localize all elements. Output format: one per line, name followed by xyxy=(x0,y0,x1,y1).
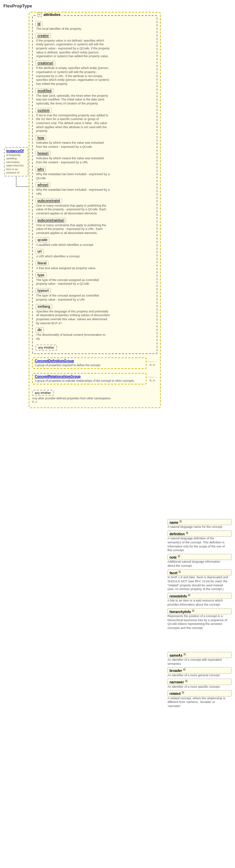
right-definition-box: definition ⊞ xyxy=(167,531,232,537)
attr-name-creatoruri: creatoruri xyxy=(35,61,55,66)
crg-mult-label: 0..∞ xyxy=(150,379,155,382)
attr-uri: uri A URI which identifies a concept. xyxy=(35,249,154,259)
right-related-desc: A related concept, where the relationshi… xyxy=(167,697,228,708)
concept-definition-group-box: ConceptDefinitionGroup A group of proper… xyxy=(32,357,147,369)
attr-name-whyuri: whyuri xyxy=(35,182,50,187)
attr-name-modified: modified xyxy=(35,88,54,93)
right-facet-box: facet ⊞ xyxy=(167,569,232,576)
cdg-desc: A group of properties required to define… xyxy=(35,363,144,367)
attr-desc-creator: If the property value is not defined, sp… xyxy=(35,39,110,58)
right-broader-box: broader ⊞ xyxy=(167,667,232,673)
attr-desc-xmllang: Specifies the language of this property … xyxy=(35,310,110,326)
attr-desc-howuri: Indicates by which means the value was e… xyxy=(35,157,110,164)
cdg-multiplicity: ─── ··· xyxy=(148,360,157,363)
concept-relationships-group-box: ConceptRelationshipsGroup A group of pro… xyxy=(32,373,147,384)
cdg-label: ConceptDefinitionGroup xyxy=(35,359,144,363)
attr-desc-qcode: A qualified code which identifies a conc… xyxy=(35,243,110,247)
right-broader-desc: An identifier of a more general concept xyxy=(167,674,228,678)
attr-name-xmllang: xmllang xyxy=(35,304,52,309)
attr-name-pubconstraint: pubconstraint xyxy=(35,198,62,203)
any-other-bottom-mult: 0..∞ xyxy=(32,400,157,403)
attr-desc-dir: The directionality of textual content (e… xyxy=(35,333,110,341)
attr-modified: modified The date (and, optionally, the … xyxy=(35,88,154,106)
diagram-layout: instanceOf A frequently updating informa… xyxy=(3,12,232,710)
attr-name-uri: uri xyxy=(35,249,44,254)
right-sameas-desc: An identifier of a concept with equivale… xyxy=(167,658,228,666)
crg-multiplicity: ─── ··· xyxy=(148,375,157,379)
right-note-box: note ⊞ xyxy=(167,554,232,560)
right-definition-desc: A natural language definition of the sem… xyxy=(167,537,228,553)
attr-pubconstraint: pubconstraint One or many constraints th… xyxy=(35,198,154,216)
right-item-related: related ⊞ A related concept, where the r… xyxy=(167,690,232,708)
attr-how: how Indicates by which means the value w… xyxy=(35,135,154,149)
attr-qcode: qcode A qualified code which identifies … xyxy=(35,237,154,247)
cdg-row-inner: ConceptDefinitionGroup A group of proper… xyxy=(32,357,157,369)
attr-desc-custom: If set to true the corresponding propert… xyxy=(35,114,110,133)
crg-desc: A group of properties to indicate relati… xyxy=(35,379,144,383)
attr-desc-literal: A free-text value assigned as property v… xyxy=(35,266,110,271)
attr-name-why: why xyxy=(35,167,46,172)
attr-desc-why: Why the metadata has been included - exp… xyxy=(35,172,110,180)
attr-name-type: type xyxy=(35,273,47,278)
attr-desc-modified: The date (and, optionally, the time) whe… xyxy=(35,94,110,106)
attr-desc-creatoruri: If the attribute is empty, specifies whi… xyxy=(35,66,110,86)
outer-box: − attributes id The local identifier of … xyxy=(29,12,161,408)
attr-whyuri: whyuri Why the metadata has been include… xyxy=(35,182,154,196)
attr-custom: custom If set to true the corresponding … xyxy=(35,108,154,133)
attr-why: why Why the metadata has been included -… xyxy=(35,167,154,180)
right-narrower-desc: An identifier of a more specific concept xyxy=(167,685,228,689)
right-facet-desc: In NAR 1.8 and later, facet is deprecate… xyxy=(167,576,228,591)
attr-name-custom: custom xyxy=(35,108,52,113)
instance-of-box: instanceOf A frequently updating informa… xyxy=(4,147,28,177)
crg-row-inner: ConceptRelationshipsGroup A group of pro… xyxy=(32,373,157,384)
attr-creator: creator If the property value is not def… xyxy=(35,33,154,58)
attr-name-literal: literal xyxy=(35,261,49,266)
attr-pubconstrainturi: pubconstrainturi One or many constraints… xyxy=(35,218,154,235)
attr-type: type The type of the concept assigned as… xyxy=(35,273,154,286)
attr-name-creator: creator xyxy=(35,33,51,38)
right-item-facet: facet ⊞ In NAR 1.8 and later, facet is d… xyxy=(167,569,232,591)
right-remoteinfo-box: remoteInfo ⊞ xyxy=(167,593,232,599)
instance-of-label: instanceOf xyxy=(6,149,26,153)
cdg-connector-row: ConceptDefinitionGroup A group of proper… xyxy=(32,357,157,403)
right-hierarchyinfo-desc: Represents the position of a concept in … xyxy=(167,614,228,630)
attr-desc-typeuri: The type of the concept assigned as cont… xyxy=(35,294,110,302)
right-note-desc: Additional natural language information … xyxy=(167,560,228,568)
instance-of-desc: A frequently updating information object… xyxy=(6,154,26,174)
main-container: FlexPropType instanceOf A frequently upd… xyxy=(0,0,235,713)
attr-desc-id: The local identifier of the property. xyxy=(35,27,110,31)
collapse-icon[interactable]: − xyxy=(37,13,42,17)
center-panel: − attributes id The local identifier of … xyxy=(29,12,164,710)
attr-desc-pubconstrainturi: One or many constraints that apply to pu… xyxy=(35,224,110,235)
right-item-broader: broader ⊞ An identifier of a more genera… xyxy=(167,667,232,677)
right-sameas-box: sameAs ⊞ xyxy=(167,652,232,658)
attr-name-how: how xyxy=(35,135,46,140)
right-narrower-box: narrower ⊞ xyxy=(167,679,232,685)
right-remoteinfo-desc: A link to an item or a web resource whic… xyxy=(167,599,228,607)
attr-id: id The local identifier of the property. xyxy=(35,21,154,31)
right-item-sameas: sameAs ⊞ An identifier of a concept with… xyxy=(167,652,232,666)
cdg-mult-label: 0..∞ xyxy=(150,363,155,367)
right-item-note: note ⊞ Additional natural language infor… xyxy=(167,554,232,568)
attr-desc-type: The type of the concept assigned as cont… xyxy=(35,278,110,286)
right-name-box: name ⊞ xyxy=(167,519,232,525)
attr-desc-how: Indicates by which means the value was e… xyxy=(35,141,110,149)
attr-desc-uri: A URI which identifies a concept. xyxy=(35,255,110,259)
crg-mult-connector: ─── ··· 0..∞ xyxy=(148,375,157,382)
attr-dir: dir The directionality of textual conten… xyxy=(35,327,154,341)
right-item-name: name ⊞ A natural language name for the c… xyxy=(167,519,232,529)
attr-desc-whyuri: Why the metadata has been included - exp… xyxy=(35,188,110,196)
right-hierarchyinfo-box: hierarchyInfo ⊞ xyxy=(167,608,232,614)
any-other-bottom-desc: Any other provider-defined properties fr… xyxy=(32,397,157,400)
any-other-bottom-box: any ##other xyxy=(32,390,54,396)
any-other-attrs: any ##other xyxy=(35,343,154,351)
attr-name-howuri: howuri xyxy=(35,151,51,156)
right-item-definition: definition ⊞ A natural language definiti… xyxy=(167,531,232,553)
attr-howuri: howuri Indicates by which means the valu… xyxy=(35,151,154,164)
attr-xmllang: xmllang Specifies the language of this p… xyxy=(35,304,154,326)
left-panel: instanceOf A frequently updating informa… xyxy=(3,12,29,710)
any-other-attrs-box: any ##other xyxy=(35,345,57,351)
cdg-mult-connector: ─── ··· 0..∞ xyxy=(148,360,157,367)
cdg-row: ConceptDefinitionGroup A group of proper… xyxy=(32,357,157,403)
crg-label: ConceptRelationshipsGroup xyxy=(35,375,144,378)
